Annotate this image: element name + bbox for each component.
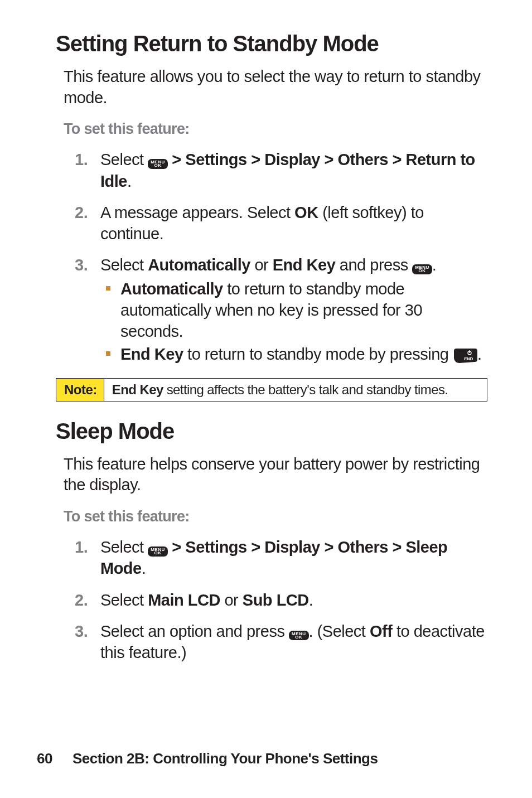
bold: End Key <box>120 345 183 363</box>
step-num: 3. <box>75 254 88 275</box>
text: or <box>250 256 273 274</box>
text: Select an option and press <box>100 622 289 640</box>
step-2-1: 1. Select MENUOK > Settings > Display > … <box>75 536 487 579</box>
square-bullet-icon <box>106 351 110 356</box>
nav-path: > Settings > Display > Others > Return t… <box>100 151 475 190</box>
subitem-endkey: End Key to return to standby mode by pre… <box>100 344 487 368</box>
step-1-1: 1. Select MENUOK > Settings > Display > … <box>75 149 487 192</box>
step-2-2: 2. Select Main LCD or Sub LCD. <box>75 589 487 611</box>
subitem-auto: Automatically to return to standby mode … <box>100 278 487 342</box>
step-num: 3. <box>75 621 88 642</box>
svg-text:END: END <box>464 356 473 361</box>
square-bullet-icon <box>106 286 110 291</box>
heading-return-standby: Setting Return to Standby Mode <box>56 31 487 56</box>
text: A message appears. Select <box>100 204 294 221</box>
sublist: Automatically to return to standby mode … <box>100 278 487 368</box>
subheading-2: To set this feature: <box>64 508 487 525</box>
intro-return-standby: This feature allows you to select the wa… <box>64 66 487 108</box>
text: . <box>127 172 132 190</box>
menu-ok-icon: MENUOK <box>289 631 309 641</box>
note-box: Note: End Key setting affects the batter… <box>56 378 487 402</box>
text: Select <box>100 151 148 168</box>
note-text: End Key setting affects the battery's ta… <box>104 379 456 401</box>
heading-sleep-mode: Sleep Mode <box>56 418 487 444</box>
text: to return to standby mode by pressing <box>183 345 453 363</box>
step-num: 1. <box>75 149 88 170</box>
bold: Off <box>370 622 392 640</box>
step-num: 2. <box>75 589 88 611</box>
bold: End Key <box>112 382 163 397</box>
bold: Sub LCD <box>243 591 309 609</box>
text: and press <box>335 256 412 274</box>
text: or <box>220 591 243 609</box>
step-1-2: 2. A message appears. Select OK (left so… <box>75 202 487 245</box>
step-num: 2. <box>75 202 88 223</box>
bold: Main LCD <box>148 591 220 609</box>
text: . <box>309 591 313 609</box>
text: Select <box>100 591 148 609</box>
menu-ok-icon: MENUOK <box>148 159 168 169</box>
menu-ok-icon: MENUOK <box>412 264 432 274</box>
step-1-3: 3. Select Automatically or End Key and p… <box>75 254 487 367</box>
menu-ok-icon: MENUOK <box>148 546 168 557</box>
page-footer: 60 Section 2B: Controlling Your Phone's … <box>37 750 378 767</box>
section-label: Section 2B: Controlling Your Phone's Set… <box>72 750 378 767</box>
bold: Automatically <box>120 280 223 298</box>
bold: OK <box>294 204 318 221</box>
text: . <box>432 256 437 274</box>
note-label: Note: <box>56 379 104 401</box>
text: . <box>142 559 146 577</box>
text: . (Select <box>309 622 370 640</box>
text: Select <box>100 538 148 556</box>
text: Select <box>100 256 148 274</box>
intro-sleep-mode: This feature helps conserve your battery… <box>64 454 487 496</box>
steps-list-1: 1. Select MENUOK > Settings > Display > … <box>56 149 487 367</box>
nav-path: > Settings > Display > Others > Sleep Mo… <box>100 538 447 577</box>
text: setting affects the battery's talk and s… <box>163 382 448 397</box>
steps-list-2: 1. Select MENUOK > Settings > Display > … <box>56 536 487 663</box>
page-number: 60 <box>37 750 52 767</box>
bold: End Key <box>273 256 336 274</box>
subheading-1: To set this feature: <box>64 120 487 138</box>
step-num: 1. <box>75 536 88 558</box>
end-key-icon: END <box>453 347 477 368</box>
text: . <box>477 345 482 363</box>
bold: Automatically <box>148 256 250 274</box>
step-2-3: 3. Select an option and press MENUOK. (S… <box>75 621 487 664</box>
